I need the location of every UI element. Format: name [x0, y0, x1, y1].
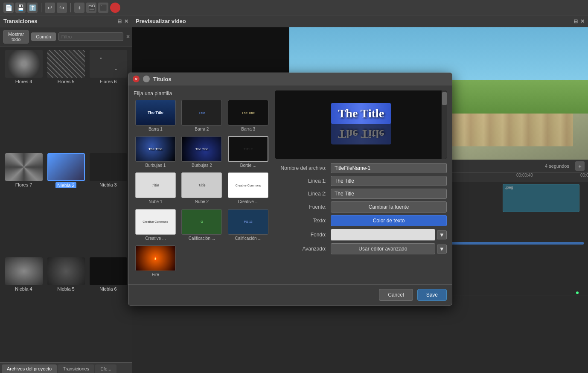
show-all-btn[interactable]: Mostrar todo [3, 30, 29, 44]
line2-row: Línea 2: [275, 189, 447, 199]
close-icon[interactable]: ✕ [124, 18, 128, 24]
creative1-label: Creative ... [238, 199, 258, 204]
line1-input[interactable] [331, 176, 447, 186]
undo-icon[interactable]: ↩ [45, 3, 55, 13]
dialog-footer: Cancel Save [128, 284, 452, 305]
template-nube1[interactable]: Title Nube 1 [134, 172, 178, 206]
transition-flores5[interactable]: Flores 5 [46, 50, 86, 152]
line2-input[interactable] [331, 189, 447, 199]
add-icon[interactable]: + [74, 3, 84, 13]
filename-label: Nombre del archivo: [275, 165, 331, 171]
text-color-btn[interactable]: Color de texto [331, 215, 447, 226]
preview-minimize-icon[interactable]: ⊟ [573, 18, 578, 24]
template-barra2[interactable]: Title Barra 2 [180, 100, 224, 134]
transiciones-title: Transiciones [3, 18, 37, 24]
transition-flores4[interactable]: Flores 4 [3, 50, 44, 152]
template-borde[interactable]: TITLE Borde ... [226, 136, 270, 170]
tab-transiciones[interactable]: Transiciones [58, 364, 94, 373]
template-nube2[interactable]: Title Nube 2 [180, 172, 224, 206]
template-burbuja1[interactable]: The Title Burbujas 1 [134, 136, 178, 170]
burbuja1-thumb: The Title [135, 136, 176, 162]
save-icon[interactable]: 💾 [15, 3, 26, 13]
transition-flores6[interactable]: Flores 6 [88, 50, 128, 152]
burbuja1-label: Burbujas 1 [145, 163, 166, 168]
barra1-thumb: The Title [135, 100, 176, 125]
preview-title-text: The Title [338, 106, 384, 121]
advanced-label: Avanzado: [275, 246, 331, 252]
template-barra3[interactable]: The Title Barra 3 [226, 100, 270, 134]
template-calificacion2[interactable]: PG-13 Calificación ... [226, 209, 270, 243]
line2-label: Línea 2: [275, 191, 331, 197]
barra2-label: Barra 2 [195, 127, 209, 131]
bg-label: Fondo: [275, 232, 331, 238]
template-calificacion1[interactable]: G Calificación ... [180, 209, 224, 243]
transition-niebla4[interactable]: Niebla 4 [3, 257, 44, 359]
preview-box: The Title The Title [275, 90, 447, 159]
preview-close-icon[interactable]: ✕ [580, 18, 585, 24]
preview-title-bar: The Title [331, 103, 391, 124]
scrollbar-thumb[interactable] [442, 92, 447, 105]
film-icon[interactable]: 🎬 [86, 3, 96, 13]
far-clip-label: .jpeg [503, 184, 579, 190]
transition-niebla6[interactable]: Niebla 6 [88, 257, 128, 359]
advanced-scroll-btn[interactable]: ▼ [437, 245, 447, 254]
font-label: Fuente: [275, 204, 331, 210]
preview-title: Previsualizar vídeo [136, 18, 186, 24]
tab-archivos[interactable]: Archivos del proyecto [2, 364, 57, 373]
dialog-title: Títulos [153, 76, 172, 82]
dialog-close-btn[interactable]: ✕ [133, 76, 140, 82]
flores5-label: Flores 5 [58, 79, 75, 84]
transiciones-header: Transiciones ⊟ ✕ [0, 15, 132, 27]
filename-input[interactable] [331, 163, 447, 173]
redo-icon[interactable]: ↪ [57, 3, 67, 13]
fire-thumb: 🔥 [135, 245, 176, 271]
nube2-thumb: Title [181, 172, 222, 198]
export-icon[interactable]: ⬆️ [27, 3, 38, 13]
template-fire[interactable]: 🔥 Fire [134, 245, 178, 279]
new-file-icon[interactable]: 📄 [3, 3, 14, 13]
ruler-mark-3: 00:00:44 [580, 173, 588, 178]
bg-color-selector[interactable] [331, 229, 435, 241]
save-btn[interactable]: Save [417, 289, 447, 301]
ruler-mark-2: 00:00:40 [516, 173, 533, 178]
tab-efectos[interactable]: Efe... [95, 364, 116, 373]
font-row: Fuente: Cambiar la fuente [275, 201, 447, 213]
flores7-thumb [5, 153, 43, 181]
transition-flores7[interactable]: Flores 7 [3, 153, 44, 256]
calificacion1-thumb: G [181, 209, 222, 235]
nube2-label: Nube 2 [195, 199, 209, 204]
dialog-min-btn[interactable] [143, 76, 150, 82]
transition-niebla3[interactable]: Niebla 3 [88, 153, 128, 256]
record-icon[interactable] [110, 3, 120, 13]
marker-dot [576, 291, 579, 294]
far-clip-track4[interactable]: .jpeg [503, 184, 579, 212]
clear-filter-icon[interactable]: ✕ [126, 34, 130, 40]
preview-scrollbar[interactable] [442, 90, 447, 159]
line1-row: Línea 1: [275, 176, 447, 186]
burbuja2-thumb: The Title [181, 136, 222, 162]
stop-icon[interactable]: ⬛ [98, 3, 108, 13]
template-creative1[interactable]: Creative Commons Creative ... [226, 172, 270, 206]
change-font-btn[interactable]: Cambiar la fuente [331, 201, 447, 213]
cancel-btn[interactable]: Cancel [379, 289, 413, 301]
minimize-icon[interactable]: ⊟ [117, 18, 122, 24]
template-burbuja2[interactable]: The Title Burbujas 2 [180, 136, 224, 170]
zoom-in-btn[interactable]: + [575, 161, 585, 171]
creative2-thumb: Creative Commons [135, 209, 176, 235]
advanced-editor-btn[interactable]: Usar editor avanzado [331, 243, 435, 254]
left-panel: Transiciones ⊟ ✕ Mostrar todo Común ✕ Fl… [0, 15, 132, 373]
filter-bar: Mostrar todo Común ✕ [0, 27, 132, 47]
template-barra1[interactable]: The Title Barra 1 [134, 100, 178, 134]
transition-niebla2[interactable]: Niebla 2 [46, 153, 86, 256]
niebla6-label: Niebla 6 [99, 286, 116, 291]
filter-input[interactable] [58, 32, 123, 41]
calificacion1-label: Calificación ... [189, 236, 215, 241]
separator [41, 3, 41, 12]
transition-niebla5[interactable]: Niebla 5 [46, 257, 86, 359]
calificacion2-label: Calificación ... [235, 236, 262, 241]
common-btn[interactable]: Común [31, 32, 55, 41]
bg-scroll-btn[interactable]: ▼ [437, 230, 447, 239]
niebla3-label: Niebla 3 [99, 182, 116, 187]
calificacion2-thumb: PG-13 [228, 209, 268, 235]
template-creative2[interactable]: Creative Commons Creative ... [134, 209, 178, 243]
